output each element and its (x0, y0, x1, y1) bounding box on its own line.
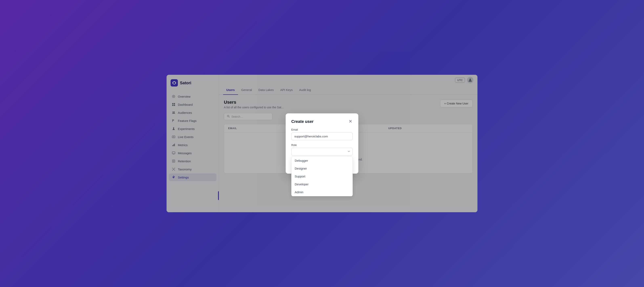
role-label: Role (291, 144, 353, 147)
role-form-group: Role Debugger Designer Support Developer… (291, 144, 353, 156)
role-dropdown-menu: Debugger Designer Support Developer Admi… (291, 156, 353, 196)
role-select[interactable]: Debugger Designer Support Developer Admi… (291, 148, 353, 156)
email-input[interactable] (291, 132, 353, 140)
modal-close-button[interactable] (348, 119, 353, 124)
create-user-modal: Create user Email Role Debugger Designer… (286, 113, 358, 174)
dropdown-item-admin[interactable]: Admin (292, 188, 352, 196)
dropdown-item-designer[interactable]: Designer (292, 165, 352, 172)
dropdown-item-developer[interactable]: Developer (292, 180, 352, 188)
email-label: Email (291, 128, 353, 131)
dropdown-item-support[interactable]: Support (292, 172, 352, 180)
modal-overlay[interactable]: Create user Email Role Debugger Designer… (0, 0, 644, 287)
dropdown-item-debugger[interactable]: Debugger (292, 157, 352, 165)
modal-header: Create user (291, 119, 353, 124)
modal-title: Create user (291, 119, 314, 124)
email-form-group: Email (291, 128, 353, 140)
role-select-wrapper: Debugger Designer Support Developer Admi… (291, 148, 353, 156)
